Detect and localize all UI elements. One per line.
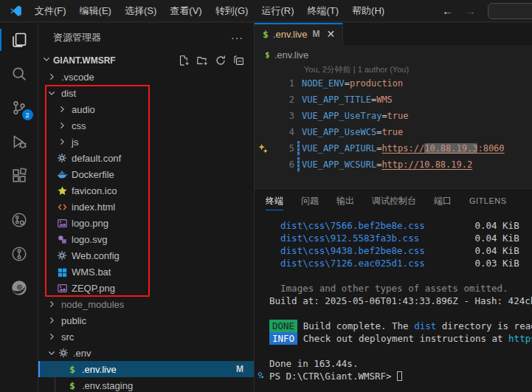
activity-item-edge-tools[interactable] bbox=[0, 271, 38, 305]
indent-guide bbox=[56, 361, 57, 377]
code-line-1[interactable]: 1NODE_ENV=production bbox=[255, 75, 532, 92]
tree-item-label: default.conf bbox=[72, 153, 121, 164]
code-line-5[interactable]: 5VUE_APP_APIURL=https://10.88.19.3:8060 bbox=[255, 140, 532, 157]
tree-item-dist[interactable]: dist bbox=[38, 85, 254, 101]
activity-item-git-graph[interactable] bbox=[0, 237, 38, 271]
menu-终端T[interactable]: 终端(T) bbox=[300, 0, 345, 22]
activity-item-extensions[interactable] bbox=[0, 159, 38, 193]
tree-item-Web.config[interactable]: Web.config bbox=[38, 247, 254, 264]
image-icon bbox=[56, 218, 68, 229]
terminal-text: 0.04 KiB bbox=[474, 245, 519, 256]
activity-item-run-debug[interactable] bbox=[0, 125, 38, 159]
code-token: production bbox=[350, 78, 403, 89]
tab-env-live[interactable]: $ .env.live M ✕ bbox=[255, 23, 343, 45]
tree-item-favicon.ico[interactable]: favicon.ico bbox=[38, 182, 254, 199]
collapse-all-icon[interactable] bbox=[233, 55, 245, 66]
terminal-text: PS D:\CTR\Giant.WMSRF> bbox=[269, 371, 397, 382]
panel-tab-终端[interactable]: 终端 bbox=[266, 189, 283, 213]
panel-tab-bar: 终端问题输出调试控制台端口GITLENS bbox=[255, 189, 532, 213]
terminal-output[interactable]: dist\css\7566.bef2be8e.css 0.04 KiB dist… bbox=[255, 213, 532, 382]
shell-prompt-icon bbox=[257, 371, 267, 384]
terminal-line bbox=[269, 269, 532, 282]
code-token: http://10.88.19.2 bbox=[381, 159, 472, 170]
back-arrow-icon[interactable]: ← bbox=[442, 4, 453, 17]
tree-item-.env.staging[interactable]: $.env.staging bbox=[38, 377, 254, 392]
refresh-icon[interactable] bbox=[215, 55, 227, 66]
tree-item-src[interactable]: src bbox=[38, 329, 254, 345]
section-header-project[interactable]: GIANT.WMSRF bbox=[38, 52, 254, 69]
menu-运行R[interactable]: 运行(R) bbox=[255, 0, 300, 22]
panel-tab-调试控制台[interactable]: 调试控制台 bbox=[372, 189, 416, 213]
forward-arrow-icon[interactable]: → bbox=[465, 4, 476, 17]
menu-选择S[interactable]: 选择(S) bbox=[118, 0, 163, 22]
activity-item-gitlens[interactable] bbox=[0, 203, 38, 237]
menu-帮助H[interactable]: 帮助(H) bbox=[345, 0, 391, 22]
tree-item-WMS.bat[interactable]: WMS.bat bbox=[38, 264, 254, 280]
tree-item-logo.svg[interactable]: logo.svg bbox=[38, 231, 254, 247]
code-editor[interactable]: 1NODE_ENV=production2VUE_APP_TITLE=WMS3V… bbox=[255, 75, 532, 173]
gutter-bar bbox=[294, 75, 302, 92]
panel-tab-输出[interactable]: 输出 bbox=[336, 189, 354, 213]
breadcrumb-label: .env.live bbox=[274, 49, 309, 61]
extensions-icon bbox=[11, 168, 27, 184]
terminal-line: PS D:\CTR\Giant.WMSRF> bbox=[269, 370, 532, 382]
tree-item-label: node_modules bbox=[61, 299, 124, 310]
tree-item-js[interactable]: js bbox=[38, 134, 254, 150]
terminal-text: directory is ready bbox=[436, 320, 532, 331]
code-token: = bbox=[371, 94, 376, 105]
svg-icon bbox=[56, 234, 68, 245]
code-token: = bbox=[376, 159, 381, 170]
code-line-4[interactable]: 4VUE_APP_UseWCS=true bbox=[255, 124, 532, 140]
menu-编辑E[interactable]: 编辑(E) bbox=[73, 0, 118, 22]
code-line-2[interactable]: 2VUE_APP_TITLE=WMS bbox=[255, 92, 532, 108]
panel-tab-GITLENS[interactable]: GITLENS bbox=[469, 189, 507, 213]
menu-查看V[interactable]: 查看(V) bbox=[163, 0, 208, 22]
tree-item-.env.live[interactable]: $.env.liveM bbox=[38, 361, 254, 377]
breadcrumb[interactable]: $ .env.live bbox=[255, 45, 532, 64]
menu-转到G[interactable]: 转到(G) bbox=[209, 0, 255, 22]
main-layout: 2 资源管理器 ··· GIANT.WMSRF .vscodedistaudio… bbox=[0, 23, 532, 392]
env-file-icon: $ bbox=[263, 29, 269, 40]
tree-item-public[interactable]: public bbox=[38, 312, 254, 329]
code-line-6[interactable]: 6VUE_APP_WCSURL=http://10.88.19.2 bbox=[255, 157, 532, 173]
tree-item-node_modules[interactable]: node_modules bbox=[38, 296, 254, 312]
new-folder-icon[interactable] bbox=[196, 55, 208, 66]
tree-item-default.conf[interactable]: default.conf bbox=[38, 150, 254, 166]
windows-icon bbox=[56, 267, 68, 278]
menu-文件F[interactable]: 文件(F) bbox=[28, 0, 73, 22]
tree-item-ZEQP.png[interactable]: ZEQP.png bbox=[38, 280, 254, 296]
line-number: 3 bbox=[271, 111, 294, 121]
tree-item-logo.png[interactable]: logo.png bbox=[38, 215, 254, 231]
sidebar-title: 资源管理器 bbox=[53, 31, 231, 44]
git-blame-lens[interactable]: You, 2分钟前 | 1 author (You) bbox=[255, 64, 532, 75]
tree-item-css[interactable]: css bbox=[38, 117, 254, 134]
terminal-text: 0.04 KiB bbox=[474, 220, 519, 231]
code-token: https:// bbox=[381, 143, 424, 154]
new-file-icon[interactable] bbox=[178, 55, 190, 66]
tree-item-audio[interactable]: audio bbox=[38, 101, 254, 117]
command-center-searchbox[interactable] bbox=[488, 3, 532, 19]
modified-badge: M bbox=[313, 29, 320, 39]
code-line-3[interactable]: 3VUE_APP_UseTray=true bbox=[255, 108, 532, 124]
panel-tab-问题[interactable]: 问题 bbox=[301, 189, 319, 213]
more-actions-icon[interactable]: ··· bbox=[231, 32, 243, 44]
tree-item-label: dist bbox=[61, 88, 76, 99]
tree-item-.vscode[interactable]: .vscode bbox=[38, 69, 254, 85]
terminal-text: DONE bbox=[269, 320, 297, 332]
tree-item-label: js bbox=[72, 137, 78, 148]
activity-item-explorer[interactable] bbox=[0, 23, 38, 57]
chevron-right-icon bbox=[46, 331, 58, 342]
copilot-sparkle-icon[interactable] bbox=[255, 143, 271, 154]
close-icon[interactable]: ✕ bbox=[327, 28, 336, 40]
terminal-text: Check out deployment instructions at bbox=[297, 333, 508, 344]
code-token: = bbox=[345, 78, 350, 89]
tree-item-.env[interactable]: .env bbox=[38, 345, 254, 361]
terminal-line: Build at: 2025-05-06T01:43:33.896Z - Has… bbox=[269, 295, 532, 307]
panel-tab-端口[interactable]: 端口 bbox=[434, 189, 452, 213]
explorer-icon bbox=[11, 32, 27, 48]
activity-item-source-control[interactable]: 2 bbox=[0, 91, 38, 125]
chevron-down-icon bbox=[46, 88, 58, 98]
tree-item-index.html[interactable]: index.html bbox=[38, 199, 254, 215]
tree-item-Dockerfile[interactable]: Dockerfile bbox=[38, 166, 254, 182]
activity-item-search[interactable] bbox=[0, 57, 38, 91]
